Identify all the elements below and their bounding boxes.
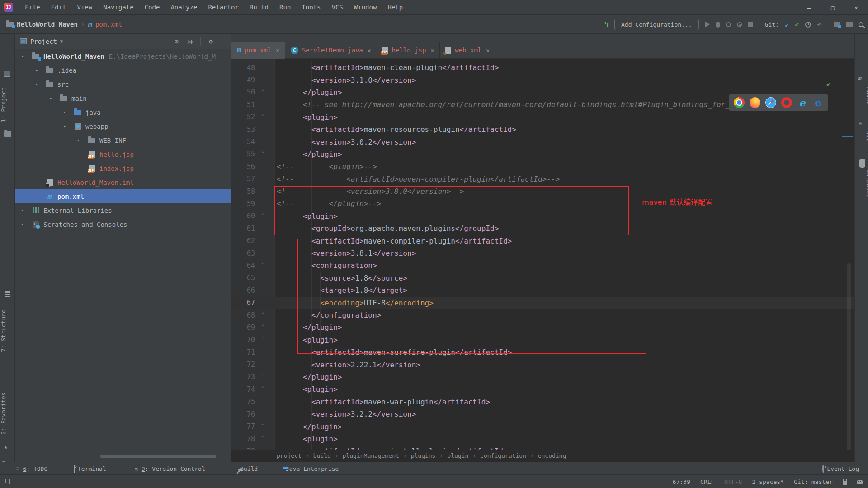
tool-button-structure[interactable]: 7: Structure bbox=[0, 301, 15, 360]
status-git[interactable]: Git: master bbox=[794, 479, 833, 485]
project-horizontal-scrollbar[interactable] bbox=[100, 455, 216, 458]
rollback-icon[interactable]: ↶ bbox=[817, 20, 822, 28]
breadcrumb-item-plugins[interactable]: plugins bbox=[411, 452, 436, 459]
menu-view[interactable]: View bbox=[71, 0, 98, 15]
fold-marker-icon[interactable]: ˆ bbox=[255, 423, 270, 430]
tree-row-.idea[interactable]: ▸ .idea bbox=[15, 63, 231, 77]
minimize-button[interactable]: – bbox=[797, 0, 821, 15]
breadcrumb-item-encoding[interactable]: encoding bbox=[538, 452, 566, 459]
expand-arrow-icon[interactable]: ▸ bbox=[62, 110, 67, 115]
tool-button-6-todo[interactable]: ≡6: TODO bbox=[16, 462, 47, 475]
inspection-ok-icon[interactable]: ✔ bbox=[826, 80, 831, 89]
menu-analyze[interactable]: Analyze bbox=[165, 0, 203, 15]
tool-button-favorites[interactable]: 2: Favorites bbox=[0, 385, 15, 441]
editor-vertical-scrollbar[interactable] bbox=[847, 263, 851, 450]
expand-arrow-icon[interactable]: ▾ bbox=[48, 96, 53, 101]
toolwindow-toggle-icon[interactable] bbox=[4, 479, 10, 484]
breadcrumb-item-plugin[interactable]: plugin bbox=[447, 452, 468, 459]
tree-row-webapp[interactable]: ▾ webapp bbox=[15, 119, 231, 133]
fold-marker-icon[interactable]: ˇ bbox=[255, 213, 270, 220]
browser-chrome-icon[interactable] bbox=[734, 97, 745, 108]
expand-arrow-icon[interactable]: ▸ bbox=[34, 68, 39, 73]
profiler-icon[interactable] bbox=[737, 22, 742, 27]
tab-servletdemo.java[interactable]: CServletDemo.java✕ bbox=[285, 42, 377, 59]
code-line-79[interactable]: 79 <artifactId>maven-install-plugin</art… bbox=[231, 445, 854, 450]
ant-icon[interactable]: ✳ bbox=[859, 120, 862, 127]
close-icon[interactable]: ✕ bbox=[368, 47, 371, 54]
close-icon[interactable]: ✕ bbox=[276, 47, 279, 54]
structure-tool-icon[interactable] bbox=[5, 291, 10, 297]
expand-arrow-icon[interactable]: ▸ bbox=[76, 138, 81, 143]
tool-button-database[interactable]: Database bbox=[859, 169, 868, 210]
tool-button-9-version-control[interactable]: ⇅9: Version Control bbox=[135, 462, 205, 475]
expand-arrow-icon[interactable]: ▾ bbox=[20, 54, 25, 59]
code-line-48[interactable]: 48 <artifactId>maven-clean-plugin</artif… bbox=[231, 61, 854, 74]
fold-marker-icon[interactable]: ˇ bbox=[255, 386, 270, 393]
code-line-56[interactable]: 56 <!-- <plugin>--> bbox=[231, 160, 854, 173]
changes-icon[interactable] bbox=[834, 22, 840, 27]
browser-safari-icon[interactable] bbox=[765, 97, 776, 108]
maximize-button[interactable]: ▢ bbox=[821, 0, 844, 15]
status-crlf[interactable]: CRLF bbox=[700, 479, 714, 485]
debug-icon[interactable] bbox=[716, 22, 720, 28]
code-line-57[interactable]: 57 <!-- <artifactId>maven-compiler-plugi… bbox=[231, 173, 854, 185]
menu-code[interactable]: Code bbox=[139, 0, 165, 15]
tree-row-scratches-and-consoles[interactable]: ▸ Scratches and Consoles bbox=[15, 217, 231, 231]
menu-build[interactable]: Build bbox=[244, 0, 274, 15]
code-line-54[interactable]: 54 <version>3.0.2</version> bbox=[231, 136, 854, 148]
fold-marker-icon[interactable]: ˆ bbox=[255, 312, 270, 319]
tool-button-java-enterprise[interactable]: Java Enterprise bbox=[283, 462, 339, 475]
breadcrumb-item-configuration[interactable]: configuration bbox=[480, 452, 526, 459]
code-line-72[interactable]: 72 <version>2.22.1</version> bbox=[231, 358, 854, 371]
tool-button-build[interactable]: Build bbox=[237, 462, 258, 475]
chevron-down-icon[interactable]: ▼ bbox=[60, 39, 63, 44]
close-icon[interactable]: ✕ bbox=[430, 47, 434, 54]
tab-web.xml[interactable]: web.xml✕ bbox=[440, 42, 495, 59]
status-2-spaces-[interactable]: 2 spaces* bbox=[752, 479, 783, 485]
fold-marker-icon[interactable]: ˆ bbox=[255, 89, 270, 96]
breadcrumb-item-project[interactable]: project bbox=[277, 452, 302, 459]
menu-file[interactable]: File bbox=[19, 0, 46, 15]
code-line-75[interactable]: 75 <artifactId>maven-war-plugin</artifac… bbox=[231, 396, 854, 408]
run-icon[interactable] bbox=[705, 21, 710, 28]
maven-icon[interactable]: m bbox=[858, 75, 862, 81]
status-67[interactable]: 67:39 bbox=[673, 479, 690, 485]
browser-opera-icon[interactable] bbox=[781, 97, 792, 108]
coverage-icon[interactable] bbox=[726, 22, 731, 27]
expand-arrow-icon[interactable]: ▸ bbox=[20, 208, 25, 213]
code-line-77[interactable]: 77 ˆ </plugin> bbox=[231, 420, 854, 432]
collapse-all-icon[interactable]: ⇞⇟ bbox=[187, 38, 192, 46]
tool-button-ant[interactable]: Ant bbox=[859, 131, 868, 156]
restore-layout-icon[interactable]: ↰ bbox=[604, 20, 609, 29]
code-line-74[interactable]: 74 ˇ <plugin> bbox=[231, 383, 854, 395]
expand-arrow-icon[interactable]: ▾ bbox=[34, 82, 39, 87]
folder-icon[interactable] bbox=[4, 131, 11, 137]
search-everywhere-icon[interactable] bbox=[859, 22, 863, 27]
git-commit-icon[interactable]: ✔ bbox=[795, 21, 800, 28]
lock-icon[interactable] bbox=[843, 481, 847, 485]
expand-arrow-icon[interactable]: ▾ bbox=[62, 124, 67, 129]
fold-marker-icon[interactable]: ˆ bbox=[255, 324, 270, 331]
close-icon[interactable]: ✕ bbox=[486, 47, 490, 54]
tool-button-project[interactable]: 1: Project bbox=[0, 80, 15, 130]
tree-row-web-inf[interactable]: ▸ WEB-INF bbox=[15, 133, 231, 147]
tool-button-event-log[interactable]: Event Log bbox=[822, 462, 859, 475]
code-line-78[interactable]: 78 ˇ <plugin> bbox=[231, 433, 854, 445]
tree-row-src[interactable]: ▾ src bbox=[15, 77, 231, 91]
tree-row-hello.jsp[interactable]: hello.jsp bbox=[15, 147, 231, 161]
history-clock-icon[interactable] bbox=[805, 22, 811, 28]
fold-marker-icon[interactable]: ˇ bbox=[255, 114, 270, 121]
tree-row-index.jsp[interactable]: index.jsp bbox=[15, 161, 231, 175]
fold-marker-icon[interactable]: ˇ bbox=[255, 262, 270, 269]
project-panel-title[interactable]: Project bbox=[30, 38, 57, 45]
tool-button-terminal[interactable]: Terminal bbox=[74, 462, 106, 475]
database-icon[interactable] bbox=[859, 159, 865, 164]
browser-ie-icon[interactable]: e bbox=[797, 97, 808, 108]
tree-row-main[interactable]: ▾ main bbox=[15, 91, 231, 105]
hide-panel-icon[interactable]: — bbox=[221, 38, 225, 46]
project-tool-icon[interactable] bbox=[4, 71, 10, 77]
menu-run[interactable]: Run bbox=[274, 0, 296, 15]
tree-row-java[interactable]: ▸ java bbox=[15, 105, 231, 119]
tree-row-helloworld_maven.iml[interactable]: HelloWorld_Maven.iml bbox=[15, 175, 231, 189]
breadcrumb-item-build[interactable]: build bbox=[313, 452, 331, 459]
